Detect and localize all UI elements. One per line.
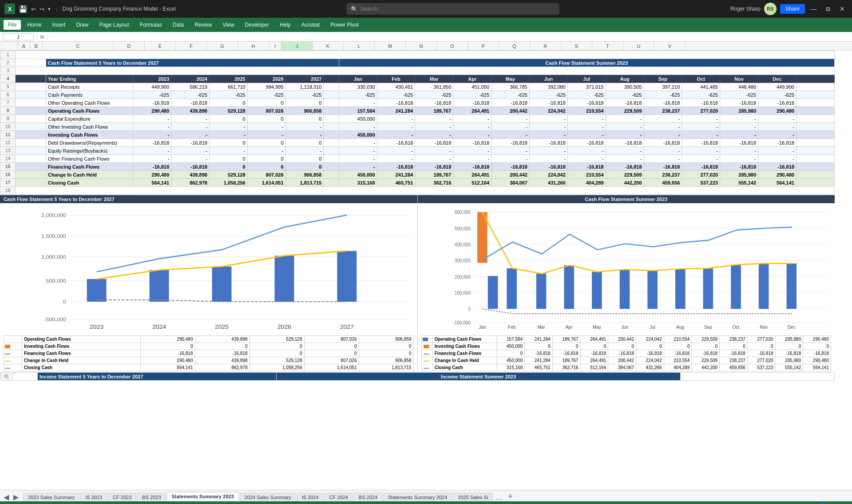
col-A[interactable]: A (18, 42, 30, 50)
sheet-tab-2023-sales-summary[interactable]: 2023 Sales Summary (23, 493, 79, 501)
ribbon-tab-data[interactable]: Data (168, 20, 188, 30)
sheet-tab-is-2023[interactable]: IS 2023 (80, 493, 107, 501)
tab-more-button[interactable]: … (494, 493, 504, 501)
title-bar-right: Roger Sharp RS Share — ⧉ ✕ (730, 3, 848, 15)
ribbon-tab-developer[interactable]: Developer (240, 20, 273, 30)
table-row: 9 Capital Expenditure - - 0 0 0 450,000 … (0, 115, 835, 123)
right-chart-panel: Cash Flow Statement Summer 2023 600,000 … (418, 195, 835, 372)
user-name: Roger Sharp (730, 6, 761, 12)
svg-rect-45 (647, 271, 658, 309)
svg-text:-100,000: -100,000 (453, 320, 471, 325)
table-row: 17 Closing Cash 564,141 862,978 1,058,25… (0, 179, 835, 187)
col-header-bar: A B C D E F G H I J K L M N O P Q R S T … (0, 42, 852, 51)
sheet-tab-statements-summary-2023[interactable]: Statements Summary 2023 (167, 492, 239, 501)
table-row: 12 Debt Drawdowns/(Repayments) -16,818 -… (0, 139, 835, 147)
ribbon-tab-page-layout[interactable]: Page Layout (95, 20, 133, 30)
col-O[interactable]: O (437, 42, 468, 50)
save-icon[interactable]: 💾 (19, 5, 28, 13)
left-chart-legend: Operating Cash Flows 290,480 439,898 529… (0, 335, 417, 372)
row-num-header (0, 42, 18, 50)
svg-text:May: May (592, 324, 601, 329)
sheet-tab-cf-2023[interactable]: CF 2023 (108, 493, 136, 501)
svg-text:Jan: Jan (479, 324, 486, 329)
sheet-tab-2024-sales-summary[interactable]: 2024 Sales Summary (240, 493, 296, 501)
restore-button[interactable]: ⧉ (823, 4, 833, 14)
title-text: Dog Grooming Company Finance Model - Exc… (63, 6, 176, 12)
tab-nav-left[interactable]: ◀ (2, 493, 11, 501)
col-V[interactable]: V (654, 42, 686, 50)
svg-rect-47 (703, 268, 713, 309)
col-J[interactable]: J (281, 42, 313, 50)
svg-text:300,000: 300,000 (454, 258, 470, 263)
sheet-tab-bs-2024[interactable]: BS 2024 (354, 493, 382, 501)
charts-section: Cash Flow Statement 5 Years to December … (0, 195, 835, 372)
col-C[interactable]: C (43, 42, 114, 50)
col-K[interactable]: K (313, 42, 344, 50)
ribbon-tab-draw[interactable]: Draw (71, 20, 93, 30)
svg-rect-43 (592, 272, 602, 309)
col-G[interactable]: G (207, 42, 238, 50)
svg-rect-15 (275, 256, 294, 302)
sheet-tab-bs-2023[interactable]: BS 2023 (137, 493, 166, 501)
ribbon-tab-power-pivot[interactable]: Power Pivot (326, 20, 363, 30)
svg-rect-14 (212, 267, 232, 302)
col-U[interactable]: U (623, 42, 654, 50)
col-Q[interactable]: Q (499, 42, 530, 50)
svg-text:100,000: 100,000 (454, 291, 470, 295)
col-D[interactable]: D (114, 42, 145, 50)
svg-rect-40 (507, 268, 517, 309)
tab-nav-right[interactable]: ▶ (12, 493, 20, 501)
svg-text:600,000: 600,000 (454, 210, 470, 215)
col-B[interactable]: B (30, 42, 43, 50)
redo-icon[interactable]: ↪ (40, 6, 44, 12)
col-I[interactable]: I (269, 42, 281, 50)
sheet-tab-cf-2024[interactable]: CF 2024 (325, 493, 353, 501)
table-row: 13 Equity Raisings/(Buybacks) - - - - - … (0, 147, 835, 155)
sheet-tab-statements-summary-2024[interactable]: Statements Summary 2024 (383, 493, 452, 501)
col-P[interactable]: P (468, 42, 499, 50)
ribbon-tab-view[interactable]: View (218, 20, 239, 30)
right-chart-legend: Operating Cash Flows 157,584 241,284 189… (418, 335, 835, 372)
svg-text:0: 0 (63, 299, 67, 304)
ribbon-tab-file[interactable]: File (4, 20, 21, 30)
name-box[interactable] (3, 33, 34, 40)
svg-text:Jul: Jul (650, 324, 655, 329)
undo-icon[interactable]: ↩ (31, 6, 36, 12)
ribbon-tab-formulas[interactable]: Formulas (135, 20, 166, 30)
sheet-tab-is-2024[interactable]: IS 2024 (297, 493, 324, 501)
col-F[interactable]: F (176, 42, 207, 50)
chart-right-title: Cash Flow Statement Summer 2023 (418, 195, 835, 203)
svg-text:Nov: Nov (760, 324, 768, 329)
svg-rect-48 (731, 265, 741, 309)
col-E[interactable]: E (145, 42, 176, 50)
col-R[interactable]: R (530, 42, 561, 50)
share-button[interactable]: Share (780, 4, 805, 14)
title-bar: X 💾 ↩ ↪ ▾ | Dog Grooming Company Finance… (0, 0, 852, 18)
ribbon-tab-acrobat[interactable]: Acrobat (297, 20, 324, 30)
col-S[interactable]: S (561, 42, 592, 50)
minimize-button[interactable]: — (808, 4, 819, 14)
col-N[interactable]: N (406, 42, 437, 50)
customize-icon[interactable]: ▾ (48, 6, 51, 12)
col-H[interactable]: H (238, 42, 269, 50)
ribbon-tab-review[interactable]: Review (190, 20, 216, 30)
close-button[interactable]: ✕ (837, 4, 848, 14)
svg-text:2025: 2025 (215, 323, 229, 330)
svg-text:0: 0 (468, 307, 471, 311)
svg-rect-41 (536, 274, 546, 309)
table-row: 5 Cash Receipts 449,900 586,219 661,710 … (0, 83, 835, 91)
excel-icon: X (4, 4, 15, 14)
col-L[interactable]: L (344, 42, 375, 50)
ribbon-tab-home[interactable]: Home (23, 20, 46, 30)
ribbon-tab-insert[interactable]: Insert (48, 20, 70, 30)
col-M[interactable]: M (375, 42, 406, 50)
svg-rect-39 (487, 276, 498, 309)
sheet-tab-2025-sales-si[interactable]: 2025 Sales Si (453, 493, 493, 501)
col-T[interactable]: T (592, 42, 623, 50)
fx-label: fx (40, 34, 44, 39)
ribbon-tab-help[interactable]: Help (275, 20, 295, 30)
tab-add-button[interactable]: + (505, 492, 515, 501)
svg-rect-16 (337, 251, 357, 302)
search-box[interactable]: 🔍 Search (346, 3, 559, 15)
svg-text:Dec: Dec (787, 324, 795, 329)
